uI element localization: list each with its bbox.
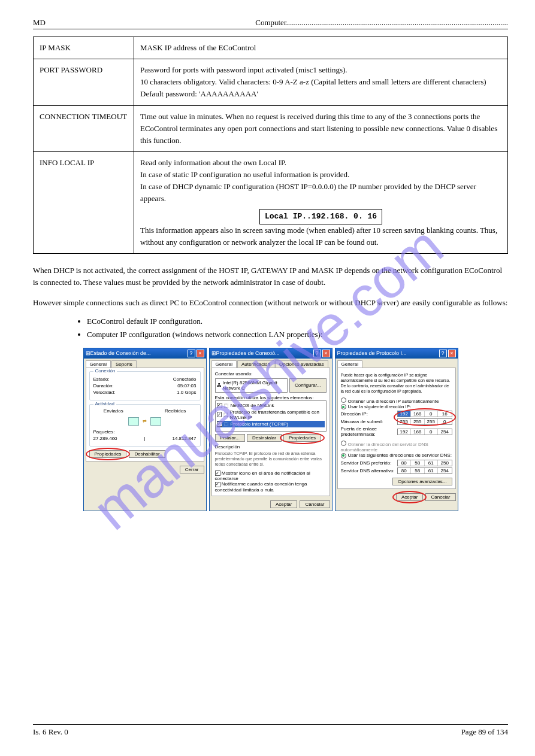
window-title: Estado de Conexión de...	[90, 350, 186, 356]
dialog-propiedades-tcpip: Propiedades de Protocolo I... ? × Genera…	[335, 348, 458, 511]
cell-val: Password for ports with password input a…	[134, 59, 508, 105]
close-button[interactable]: ×	[448, 350, 456, 357]
label-ip: Dirección IP:	[341, 411, 368, 417]
checkbox[interactable]: ✓	[217, 412, 222, 417]
checkbox[interactable]: ✓	[217, 403, 222, 408]
help-button[interactable]: ?	[439, 350, 447, 357]
dns2-field[interactable]: 805861254	[397, 467, 452, 474]
desc-text: Protocolo TCP/IP. El protocolo de red de…	[215, 451, 327, 467]
label-desc: Descripción	[215, 444, 327, 450]
ring-propiedades: Propiedades	[89, 450, 127, 458]
octet: 61	[425, 468, 439, 473]
label-dns2: Servidor DNS alternativo:	[341, 468, 395, 473]
table-row: CONNECTION TIMEOUT Time out value in min…	[34, 105, 508, 151]
propiedades-button[interactable]: Propiedades	[89, 450, 127, 458]
aceptar-button[interactable]: Aceptar	[270, 500, 298, 508]
label-recv: Recibidos	[165, 408, 186, 414]
dns1-field[interactable]: 805861250	[397, 460, 452, 466]
header-left: MD	[33, 18, 46, 28]
ring-aceptar: Aceptar	[396, 493, 424, 501]
label-packets: Paquetes:	[93, 429, 115, 435]
chk-label: Mostrar icono en el área de notificación…	[215, 470, 310, 482]
deshabilitar-button[interactable]: Deshabilitar	[129, 450, 165, 458]
cancelar-button[interactable]: Cancelar	[300, 500, 330, 508]
window-title: Propiedades de Protocolo I...	[337, 350, 438, 356]
label: Duración:	[93, 383, 114, 388]
page-footer: Is. 6 Rev. 0 Page 89 of 134	[33, 724, 508, 737]
activity-icon: ⇄	[143, 418, 147, 424]
bullet-list: ECoControl default IP configuration. Com…	[33, 315, 508, 341]
tab-opciones[interactable]: Opciones avanzadas	[275, 360, 328, 368]
tab-strip: General Autenticación Opciones avanzadas	[210, 359, 332, 368]
page-header: MD Computer.............................…	[33, 18, 508, 29]
list-item: NetBIOS de NWLink	[231, 403, 274, 408]
radio-auto-ip[interactable]	[341, 397, 346, 403]
adapter-name: Intel(R) 82566MM Gigabit Network C	[223, 380, 286, 391]
radio-label: Obtener una dirección IP automáticamente	[348, 399, 439, 404]
titlebar: ⊞ Estado de Conexión de... ? ×	[84, 348, 206, 359]
help-button[interactable]: ?	[188, 350, 195, 357]
ring-propiedades: Propiedades	[283, 434, 321, 442]
tab-pane: Conectar usando: 🖧Intel(R) 82566MM Gigab…	[211, 368, 330, 496]
checkbox[interactable]: ✓	[215, 482, 220, 487]
radio-static-ip[interactable]	[341, 404, 346, 409]
titlebar: ⊞ Propiedades de Conexió... ? ×	[210, 348, 332, 359]
cell-val: Read only information about the own Loca…	[134, 151, 508, 253]
table-row: IP MASK MASK IP address of the ECoContro…	[34, 37, 508, 59]
radio-label: Obtener la dirección del servidor DNS au…	[341, 442, 428, 453]
checkbox[interactable]: ✓	[215, 470, 220, 476]
tab-strip: General Soporte	[84, 359, 206, 368]
proto-icon: ⬚	[223, 412, 228, 417]
table-row: INFO LOCAL IP Read only information abou…	[34, 151, 508, 253]
tab-autenticacion[interactable]: Autenticación	[237, 360, 274, 368]
group-legend: Conexión	[93, 368, 117, 374]
checkbox[interactable]: ✓	[217, 421, 222, 427]
octet: 58	[411, 460, 425, 466]
radio-static-dns[interactable]	[341, 453, 346, 459]
label: Velocidad:	[93, 390, 116, 395]
cerrar-button[interactable]: Cerrar	[180, 466, 204, 473]
value: Conectado	[173, 377, 197, 382]
desinstalar-button[interactable]: Desinstalar	[247, 434, 282, 442]
cell-key: INFO LOCAL IP	[34, 151, 134, 253]
close-button[interactable]: ×	[197, 350, 204, 357]
label-sent: Enviados	[104, 408, 123, 414]
octet: 254	[438, 429, 451, 435]
opciones-avanzadas-button[interactable]: Opciones avanzadas...	[392, 478, 452, 485]
label-dns1: Servidor DNS preferido:	[341, 460, 392, 466]
octet: 250	[438, 460, 451, 466]
instalar-button[interactable]: Instalar...	[215, 434, 245, 442]
protocol-list[interactable]: ✓⬚NetBIOS de NWLink ✓⬚Protocolo de trans…	[215, 400, 327, 432]
group-conexion: Conexión Estado:Conectado Duración:05:07…	[89, 371, 201, 400]
tab-pane: Puede hacer que la configuración IP se a…	[337, 368, 456, 489]
cancelar-button[interactable]: Cancelar	[425, 493, 455, 501]
window-icon: ⊞	[86, 350, 90, 356]
tab-general[interactable]: General	[337, 360, 362, 368]
octet: 192	[398, 429, 412, 435]
propiedades-button[interactable]: Propiedades	[283, 434, 321, 442]
tab-strip: General	[335, 359, 458, 368]
octet: 80	[398, 468, 412, 473]
group-legend: Actividad	[93, 401, 116, 406]
tab-general[interactable]: General	[86, 360, 111, 368]
proto-icon: ⬚	[224, 421, 229, 427]
cell-val: Time out value in minutes. When no reque…	[134, 105, 508, 151]
help-button[interactable]: ?	[313, 350, 321, 357]
value-recv: 14.812.847	[172, 436, 196, 441]
aceptar-button[interactable]: Aceptar	[396, 493, 424, 501]
header-right: Computer................................…	[255, 18, 508, 28]
tab-soporte[interactable]: Soporte	[111, 360, 137, 368]
octet: 254	[438, 468, 451, 473]
monitor-icon	[150, 417, 161, 426]
cell-val: MASK IP address of the ECoControl	[134, 37, 508, 59]
cell-text: Password for ports with password input a…	[140, 65, 486, 98]
configurar-button[interactable]: Configurar...	[289, 378, 327, 393]
group-actividad: Actividad EnviadosRecibidos ⇄ Paquetes: …	[89, 404, 201, 447]
close-button[interactable]: ×	[322, 350, 330, 357]
list-item: Protocolo de transferencia compatible co…	[230, 409, 325, 420]
settings-table: IP MASK MASK IP address of the ECoContro…	[33, 37, 508, 254]
gw-field[interactable]: 1921680254	[397, 429, 452, 435]
list-item: ECoControl default IP configuration.	[87, 315, 508, 328]
list-item: Protocolo Internet (TCP/IP)	[231, 421, 288, 427]
tab-general[interactable]: General	[211, 360, 237, 368]
